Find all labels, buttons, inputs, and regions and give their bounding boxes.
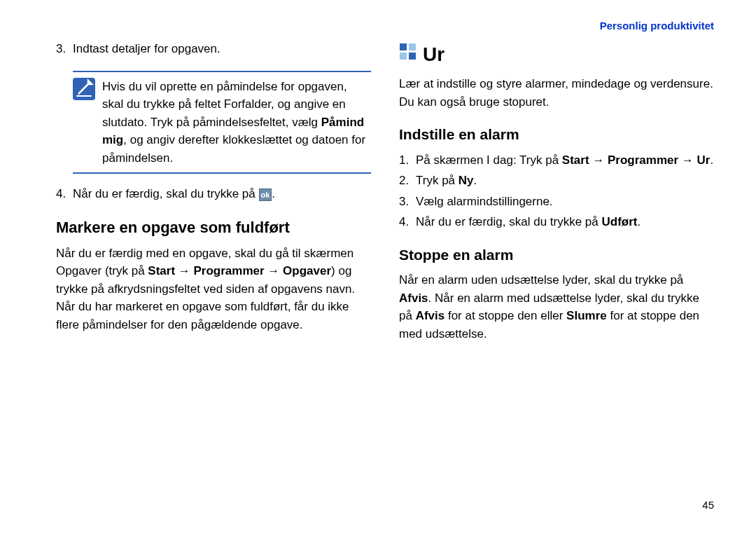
chapter-intro: Lær at indstille og styre alarmer, minde… <box>399 75 714 111</box>
right-column: Ur Lær at indstille og styre alarmer, mi… <box>399 40 714 499</box>
svg-rect-2 <box>409 43 416 50</box>
section-title-set-alarm: Indstille en alarm <box>399 123 714 146</box>
step-text: Tryk på Ny. <box>416 172 714 190</box>
set-alarm-steps: 1. På skærmen I dag: Tryk på Start → Pro… <box>399 151 714 231</box>
step-number: 1. <box>399 151 416 170</box>
section-squares-icon <box>399 40 417 69</box>
ok-icon: ok <box>259 188 272 201</box>
step-text: Vælg alarmindstillingerne. <box>416 193 714 211</box>
svg-rect-1 <box>400 43 407 50</box>
chapter-header: Personlig produktivitet <box>56 20 714 32</box>
list-item: 1. På skærmen I dag: Tryk på Start → Pro… <box>399 151 714 170</box>
svg-rect-3 <box>400 53 407 60</box>
list-item: 3. Vælg alarmindstillingerne. <box>399 193 714 211</box>
list-item: 4. Når du er færdig, skal du trykke på U… <box>399 213 714 231</box>
list-item: 4. Når du er færdig, skal du trykke på o… <box>56 185 371 203</box>
section-title-mark-complete: Markere en opgave som fuldført <box>56 216 371 239</box>
step-text: På skærmen I dag: Tryk på Start → Progra… <box>416 151 714 170</box>
note-icon <box>73 78 95 100</box>
mark-complete-body: Når du er færdig med en opgave, skal du … <box>56 245 371 334</box>
svg-rect-4 <box>409 53 416 60</box>
chapter-title: Ur <box>399 40 714 69</box>
step-number: 3. <box>56 40 73 58</box>
step-text: Når du er færdig, skal du trykke på Udfø… <box>416 213 714 231</box>
step-text: Når du er færdig, skal du trykke på ok. <box>73 185 371 203</box>
page-number: 45 <box>56 499 714 511</box>
task-steps-list: 3. Indtast detaljer for opgaven. <box>56 40 371 58</box>
manual-page: Personlig produktivitet 3. Indtast detal… <box>0 0 756 536</box>
left-column: 3. Indtast detaljer for opgaven. Hvis du… <box>56 40 371 499</box>
chapter-title-text: Ur <box>423 40 444 69</box>
step-number: 2. <box>399 172 416 190</box>
section-title-stop-alarm: Stoppe en alarm <box>399 244 714 266</box>
task-steps-list-cont: 4. Når du er færdig, skal du trykke på o… <box>56 185 371 203</box>
stop-alarm-body: Når en alarm uden udsættelse lyder, skal… <box>399 271 714 343</box>
note-block: Hvis du vil oprette en påmindelse for op… <box>73 71 371 174</box>
step-text: Indtast detaljer for opgaven. <box>73 40 371 58</box>
step-number: 4. <box>399 213 416 231</box>
step-number: 4. <box>56 185 73 203</box>
note-text: Hvis du vil oprette en påmindelse for op… <box>102 78 371 167</box>
step-number: 3. <box>399 193 416 211</box>
list-item: 2. Tryk på Ny. <box>399 172 714 190</box>
list-item: 3. Indtast detaljer for opgaven. <box>56 40 371 58</box>
content-columns: 3. Indtast detaljer for opgaven. Hvis du… <box>56 40 714 499</box>
